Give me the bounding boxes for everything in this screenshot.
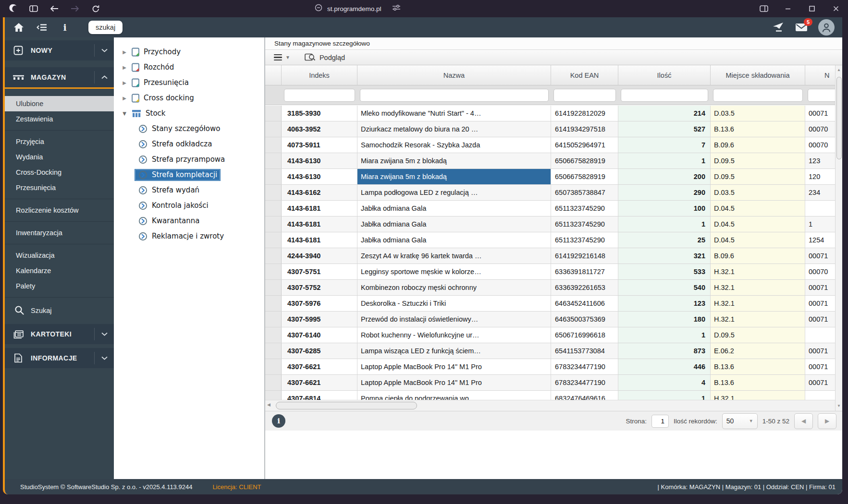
column-header-kod-ean[interactable]: Kod EAN (551, 65, 618, 85)
filter-input-kod-ean[interactable] (553, 89, 616, 102)
row-handle[interactable] (265, 280, 282, 295)
cell-kod-ean[interactable]: 6463452411606 (551, 296, 618, 311)
cell-n[interactable] (805, 391, 835, 400)
expander-collapsed-icon[interactable]: ▶ (121, 49, 128, 55)
cell-ilo[interactable]: 100 (618, 201, 711, 216)
cell-kod-ean[interactable]: 6511323745290 (551, 201, 618, 216)
row-handle[interactable] (265, 375, 282, 390)
cell-miejsce-sk-adowania[interactable]: B.13.6 (711, 121, 805, 137)
tree-item-przychody[interactable]: ▶Przychody (114, 44, 264, 60)
cell-ilo[interactable]: 1 (618, 327, 711, 343)
close-icon[interactable] (830, 2, 842, 15)
prev-page-button[interactable]: ◀ (794, 413, 813, 429)
cell-ilo[interactable]: 321 (618, 248, 711, 264)
cell-indeks[interactable]: 4307-6140 (282, 327, 357, 343)
filter-input-n[interactable] (808, 89, 835, 102)
tree-item-stany-szczeg-owo[interactable]: Stany szczegółowo (114, 121, 264, 136)
cell-indeks[interactable]: 4307-6621 (282, 359, 357, 374)
row-handle[interactable] (265, 106, 282, 121)
row-handle[interactable] (265, 137, 282, 153)
tree-item-rozch-d[interactable]: ▶Rozchód (114, 60, 264, 75)
cell-nazwa[interactable]: Kombinezon roboczy męski ochronny (357, 280, 551, 295)
table-row[interactable]: 4307-6621Laptop Apple MacBook Pro 14" M1… (265, 359, 835, 375)
filter-input-nazwa[interactable] (360, 89, 549, 102)
cell-miejsce-sk-adowania[interactable]: D.03.5 (711, 106, 805, 121)
row-handle[interactable] (265, 312, 282, 327)
cell-miejsce-sk-adowania[interactable]: B.13.6 (711, 359, 805, 374)
cell-miejsce-sk-adowania[interactable]: D.09.5 (711, 153, 805, 168)
cell-ilo[interactable]: 540 (618, 280, 711, 295)
cell-nazwa[interactable]: Mleko modyfikowane "Nutri Start" - 4… (357, 106, 551, 121)
column-header-n[interactable]: N (805, 65, 835, 85)
cell-kod-ean[interactable]: 6783234477190 (551, 375, 618, 390)
row-handle[interactable] (265, 121, 282, 137)
search-tooltip[interactable]: szukaj (88, 21, 123, 34)
cell-ilo[interactable]: 4 (618, 375, 711, 390)
sidebar-item-przyj-cia[interactable]: Przyjęcia (5, 134, 114, 149)
tree-node[interactable]: Rozchód (128, 61, 177, 73)
tree-node[interactable]: Strefa przyrampowa (135, 154, 228, 166)
column-header-miejsce-sk-adowania[interactable]: Miejsce składowania (711, 65, 805, 85)
cell-n[interactable]: 00071 (805, 248, 835, 264)
next-page-button[interactable]: ▶ (818, 413, 836, 429)
cell-miejsce-sk-adowania[interactable]: D.09.5 (711, 327, 805, 343)
scroll-left-icon[interactable]: ◀ (267, 402, 270, 407)
refresh-icon[interactable] (89, 2, 102, 15)
sidebar-item-szukaj[interactable]: Szukaj (5, 301, 114, 320)
cell-miejsce-sk-adowania[interactable]: H.32.1 (711, 264, 805, 279)
cell-n[interactable]: 00070 (805, 137, 835, 153)
cell-indeks[interactable]: 4063-3952 (282, 121, 357, 137)
sidebar-item-nowy[interactable]: NOWY (5, 40, 114, 60)
hamburger-menu-icon[interactable] (274, 54, 282, 60)
tree-item-stock[interactable]: ▼Stock (114, 106, 264, 121)
table-row[interactable]: 4307-5751Legginsy sportowe męskie w kolo… (265, 264, 835, 280)
cell-nazwa[interactable]: Laptop Apple MacBook Pro 14" M1 Pro (357, 359, 551, 374)
sidebar-item-magazyn[interactable]: MAGAZYN (5, 67, 114, 89)
forward-icon[interactable] (69, 2, 81, 15)
cell-ilo[interactable]: 527 (618, 121, 711, 137)
table-row[interactable]: 4143-6181Jabłka odmiana Gala651132374529… (265, 232, 835, 248)
filter-input-indeks[interactable] (284, 89, 355, 102)
tree-node[interactable]: Strefa odkładcza (135, 138, 215, 150)
sidebar-item-palety[interactable]: Palety (5, 278, 114, 294)
cell-n[interactable] (805, 201, 835, 216)
table-row[interactable]: 4143-6130Miara zwijana 5m z blokadą65066… (265, 169, 835, 185)
row-handle[interactable] (265, 391, 282, 400)
row-handle[interactable] (265, 153, 282, 168)
table-row[interactable]: 4143-6130Miara zwijana 5m z blokadą65066… (265, 153, 835, 169)
row-handle[interactable] (265, 327, 282, 343)
cell-ilo[interactable]: 25 (618, 232, 711, 248)
cell-kod-ean[interactable]: 6506716996618 (551, 327, 618, 343)
cell-ilo[interactable]: 123 (618, 296, 711, 311)
cell-n[interactable]: 00071 (805, 359, 835, 374)
cell-ilo[interactable]: 1 (618, 391, 711, 400)
sidebar-item-wydania[interactable]: Wydania (5, 149, 114, 165)
sidebar-item-rozliczenie-koszt-w[interactable]: Rozliczenie kosztów (5, 203, 114, 218)
cell-miejsce-sk-adowania[interactable]: H.32.1 (711, 312, 805, 327)
cell-indeks[interactable]: 4143-6181 (282, 232, 357, 248)
address-bar[interactable]: st.programdemo.pl (315, 0, 401, 17)
panel-right-icon[interactable] (758, 2, 770, 15)
table-row[interactable]: 4073-5911Samochodzik Resorak - Szybka Ja… (265, 137, 835, 153)
maximize-icon[interactable] (806, 2, 818, 15)
cell-nazwa[interactable]: Przewód do instalacji oświetleniowy… (357, 312, 551, 327)
cell-kod-ean[interactable]: 6141934297518 (551, 121, 618, 137)
cell-kod-ean[interactable]: 6783234477190 (551, 359, 618, 374)
tree-item-strefa-wyda[interactable]: Strefa wydań (114, 182, 264, 198)
cell-n[interactable]: 234 (805, 185, 835, 200)
cell-kod-ean[interactable]: 6463500375369 (551, 312, 618, 327)
row-handle[interactable] (265, 185, 282, 200)
expander-collapsed-icon[interactable]: ▶ (121, 65, 128, 70)
cell-nazwa[interactable]: Jabłka odmiana Gala (357, 201, 551, 216)
tree-node[interactable]: Cross docking (128, 92, 197, 104)
table-row[interactable]: 4307-6621Laptop Apple MacBook Pro 14" M1… (265, 375, 835, 391)
tree-node[interactable]: Reklamacje i zwroty (135, 230, 227, 242)
column-header-nazwa[interactable]: Nazwa (357, 65, 551, 85)
tree-node[interactable]: Przesunięcia (128, 77, 192, 89)
cell-nazwa[interactable]: Miara zwijana 5m z blokadą (357, 153, 551, 168)
cell-nazwa[interactable]: Robot kuchenny - Wielofunkcyjne ur… (357, 327, 551, 343)
send-icon[interactable] (772, 21, 785, 34)
mail-icon[interactable]: 5 (795, 21, 808, 34)
cell-indeks[interactable]: 4143-6181 (282, 201, 357, 216)
grid-info-icon[interactable]: i (272, 414, 285, 428)
